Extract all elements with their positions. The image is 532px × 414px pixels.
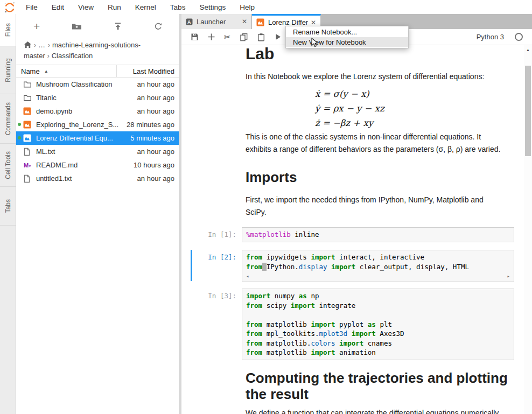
sidebar-tab-files[interactable]: Files xyxy=(0,14,16,46)
notebook-icon xyxy=(23,134,31,142)
markdown-paragraph: First, we import the needed things from … xyxy=(246,194,506,219)
code-cell-1: In [1]: %matplotlib inline xyxy=(181,227,524,242)
upload-icon xyxy=(114,22,122,31)
menubar-items: FileEditViewRunKernelTabsSettingsHelp xyxy=(19,3,262,11)
code-line: import numpy as np xyxy=(246,291,510,301)
menu-tabs[interactable]: Tabs xyxy=(163,3,193,11)
file-row-demo-ipynb[interactable]: demo.ipynban hour ago xyxy=(16,104,179,118)
run-icon xyxy=(274,33,282,41)
file-modified-time: 5 minutes ago xyxy=(130,134,179,142)
column-header-last-modified[interactable]: Last Modified xyxy=(116,65,179,77)
context-menu-item-rename-notebook-[interactable]: Rename Notebook... xyxy=(286,27,408,37)
cell-prompt: In [3]: xyxy=(181,289,242,360)
scroll-up-arrow-icon[interactable]: ▲ xyxy=(524,48,532,52)
plus-icon: + xyxy=(33,22,40,31)
context-menu-item-new-view-for-notebook[interactable]: New View for Notebook xyxy=(286,37,408,47)
file-row-readme-md[interactable]: MREADME.md10 hours ago xyxy=(16,158,179,172)
code-line: from matplotlib import pyplot as plt xyxy=(246,320,510,329)
sidebar-tab-cell-tools[interactable]: Cell Tools xyxy=(0,144,16,187)
horizontal-scrollbar[interactable]: ◂▸ xyxy=(246,273,510,279)
refresh-button[interactable] xyxy=(154,22,163,31)
kernel-name[interactable]: Python 3 xyxy=(477,33,504,41)
menu-view[interactable]: View xyxy=(71,3,101,11)
cell-prompt: In [2]: xyxy=(181,250,242,282)
home-icon xyxy=(24,41,32,48)
sidebar-tab-commands[interactable]: Commands xyxy=(0,94,16,144)
code-line: from matplotlib import animation xyxy=(246,348,510,357)
tab-close-icon[interactable]: ✕ xyxy=(242,18,247,25)
run-button[interactable] xyxy=(274,33,282,41)
file-icon xyxy=(23,148,31,156)
launcher-icon: A xyxy=(186,18,193,25)
file-modified-time: an hour ago xyxy=(137,148,179,156)
paste-icon xyxy=(257,33,265,41)
menu-help[interactable]: Help xyxy=(233,3,262,11)
new-launcher-button[interactable]: + xyxy=(33,22,40,31)
menu-run[interactable]: Run xyxy=(101,3,128,11)
new-folder-button[interactable] xyxy=(72,22,82,31)
panel-divider[interactable] xyxy=(179,14,181,414)
file-row-exploring-the-lorenz-s-[interactable]: Exploring_the_Lorenz_S...28 minutes ago xyxy=(16,118,179,131)
notebook-content: Lab In this Notebook we explore the Lore… xyxy=(181,45,532,414)
scissors-icon: ✂ xyxy=(224,32,231,42)
file-row-lorenz-differential-equ-[interactable]: Lorenz Differential Equ...5 minutes ago xyxy=(16,131,179,145)
file-row-untitled1-txt[interactable]: untitled1.txtan hour ago xyxy=(16,172,179,185)
save-button[interactable] xyxy=(191,33,199,41)
modified-dot-icon xyxy=(18,123,21,126)
file-row-mushroom-classification[interactable]: Mushroom Classificationan hour ago xyxy=(16,78,179,91)
file-list: Mushroom Classificationan hour agoTitani… xyxy=(16,78,179,185)
column-header-name[interactable]: Name ▲ xyxy=(16,65,116,77)
doc-tab-launcher[interactable]: ALauncher✕ xyxy=(181,14,252,29)
copy-button[interactable] xyxy=(240,33,248,41)
tab-label: Launcher xyxy=(197,18,239,26)
file-name: untitled1.txt xyxy=(36,174,137,183)
scroll-right-arrow-icon[interactable]: ▸ xyxy=(507,273,510,279)
file-name: ML.txt xyxy=(36,148,137,156)
cell-editor[interactable]: import numpy as npfrom scipy import inte… xyxy=(242,289,514,360)
vertical-scrollbar[interactable]: ▲ xyxy=(524,45,532,414)
sidebar-tab-tabs[interactable]: Tabs xyxy=(0,187,16,226)
imports-heading: Imports xyxy=(246,169,517,185)
scroll-left-arrow-icon[interactable]: ◂ xyxy=(246,273,249,279)
breadcrumb-separator: › xyxy=(34,41,36,49)
breadcrumb: ›…›machine-Learning-solutions-master›Cla… xyxy=(16,36,179,62)
cut-button[interactable]: ✂ xyxy=(224,32,231,42)
tab-label: Lorenz Differen xyxy=(268,18,308,26)
file-name: Lorenz Differential Equ... xyxy=(36,134,130,142)
code-line: from mpl_toolkits.mplot3d import Axes3D xyxy=(246,329,510,339)
notebook-icon xyxy=(256,18,264,26)
folder-icon xyxy=(23,80,32,88)
file-modified-time: 10 hours ago xyxy=(134,161,179,169)
sidebar-tab-running[interactable]: Running xyxy=(0,46,16,94)
breadcrumb-classification[interactable]: Classification xyxy=(52,52,93,60)
menu-edit[interactable]: Edit xyxy=(45,3,71,11)
file-list-header: Name ▲ Last Modified xyxy=(16,65,179,78)
tab-close-icon[interactable]: ✕ xyxy=(311,19,316,26)
file-icon xyxy=(23,174,31,183)
equation-line: ẋ = σ(y − x) xyxy=(315,87,384,101)
sidebar-tab-label: Running xyxy=(4,58,12,82)
breadcrumb-separator: › xyxy=(47,52,50,60)
upload-button[interactable] xyxy=(114,22,122,31)
menu-settings[interactable]: Settings xyxy=(192,3,233,11)
markdown-paragraph: This is one of the classic systems in no… xyxy=(246,131,506,156)
file-name: Exploring_the_Lorenz_S... xyxy=(36,121,127,129)
menu-kernel[interactable]: Kernel xyxy=(128,3,163,11)
cell-editor[interactable]: %matplotlib inline xyxy=(242,227,514,242)
svg-text:A: A xyxy=(187,19,191,25)
file-row-ml-txt[interactable]: ML.txtan hour ago xyxy=(16,145,179,158)
sort-caret-up-icon: ▲ xyxy=(44,69,48,74)
breadcrumb-ellipsis[interactable]: … xyxy=(38,41,46,49)
breadcrumb-home[interactable] xyxy=(24,41,32,49)
scrollbar-thumb[interactable] xyxy=(525,66,531,156)
paste-button[interactable] xyxy=(257,33,265,41)
menu-file[interactable]: File xyxy=(19,3,45,11)
equation-line: ẏ = ρx − y − xz xyxy=(315,101,384,116)
lorenz-equations: ẋ = σ(y − x)ẏ = ρx − y − xzż = −βz + xy xyxy=(315,87,384,130)
cell-editor[interactable]: from ipywidgets import interact, interac… xyxy=(242,250,514,282)
add-cell-button[interactable] xyxy=(207,33,215,41)
file-row-titanic[interactable]: Titanican hour ago xyxy=(16,91,179,104)
modified-dot-icon xyxy=(18,136,21,139)
context-menu: Rename Notebook...New View for Notebook xyxy=(285,26,409,48)
file-name: Titanic xyxy=(36,94,137,102)
